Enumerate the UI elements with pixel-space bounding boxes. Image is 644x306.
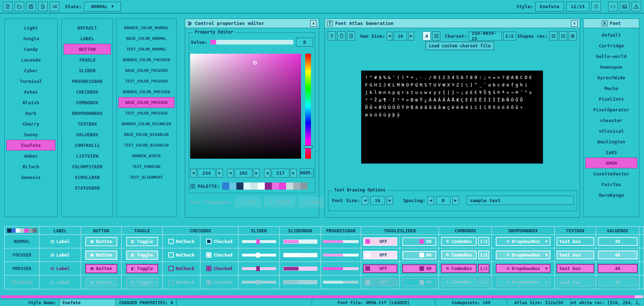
control-item-colorpicker[interactable]: COLORPICKER [64,161,111,172]
control-item-label[interactable]: LABEL [64,33,111,44]
sample-dropdownbox[interactable]: ≡DropdownBox▼ [496,278,551,287]
property-item-border-color-pressed[interactable]: BORDER_COLOR_PRESSED [118,86,175,97]
sample-toggleslider-on[interactable]: ON [402,251,436,259]
shapes-rec-button-2[interactable] [559,31,567,41]
sample-dropdownbox[interactable]: ≡DropdownBox▼ [496,264,551,273]
style-item-rltech[interactable]: RLTech [6,161,55,172]
property-item-text-color-focused[interactable]: TEXT_COLOR_FOCUSED [118,76,175,86]
control-item-textbox[interactable]: TEXTBOX [64,118,111,129]
property-item-text-color-pressed[interactable]: TEXT_COLOR_PRESSED [118,108,175,118]
sample-combobox[interactable]: ⇅ComboBox [441,250,477,259]
color-picker-panel[interactable] [190,54,301,159]
palette-swatch-11[interactable] [300,183,307,190]
sample-textbox[interactable]: text box [557,278,594,287]
palette-swatch-8[interactable] [279,183,286,190]
gen-size-decrement-button[interactable]: ◀ [387,32,392,41]
sample-checkbox-checked[interactable]: Checked [206,239,232,244]
sample-slider[interactable] [242,254,276,257]
palette-swatch-4[interactable] [251,183,258,190]
sample-label[interactable]: ▤Label [50,280,70,285]
font-item-pixelintv[interactable]: PixelIntv [585,94,637,104]
toggleslider-knob[interactable] [365,239,370,244]
property-item-border-color-normal[interactable]: BORDER_COLOR_NORMAL [118,22,175,33]
value-slider[interactable] [210,40,293,44]
palette-swatch-10[interactable] [293,183,300,190]
sample-slider[interactable] [242,240,276,243]
style-item-terminal[interactable]: Terminal [6,76,55,86]
load-charset-file-button[interactable] [432,31,440,41]
control-item-progressbar[interactable]: PROGRESSBAR [64,76,111,86]
sample-toggleslider-off[interactable]: OFF [363,251,397,259]
slider-knob[interactable] [256,280,260,285]
font-text-button[interactable]: T [328,31,336,41]
sample-toggleslider-on[interactable]: ON [402,264,436,273]
close-atlas-window-button[interactable]: x [571,20,578,27]
sample-button[interactable]: ▣Button [85,264,117,273]
color-picker-cursor[interactable] [253,61,257,64]
font-item-default[interactable]: default [585,30,637,40]
sample-slider[interactable] [242,267,276,270]
charset-button[interactable]: A [423,31,431,41]
state-dropdown[interactable]: NORMAL ▼ [84,2,121,11]
spacing-decrement-button[interactable]: ◀ [428,196,434,205]
sample-valuebox[interactable]: 40 [598,250,638,259]
sample-toggleslider-off[interactable]: OFF [363,237,397,246]
sample-button[interactable]: ▣Button [85,250,117,260]
palette-swatch-1[interactable] [229,183,236,190]
sample-valuebox[interactable]: 40 [598,237,638,246]
gen-size-value[interactable]: 16 [394,32,407,41]
control-item-dropdownbox[interactable]: DROPDOWNBOX [64,108,111,118]
font-item-cozettevector[interactable]: CozetteVector [585,168,637,179]
sample-checkbox-checked[interactable]: Checked [206,266,232,271]
property-item-text-padding[interactable]: TEXT_PADDING [118,161,175,172]
control-item-button[interactable]: BUTTON [64,44,111,54]
font-item-fairfax[interactable]: Fairfax [585,179,637,190]
green-increment-button[interactable]: ▶ [253,169,260,178]
sample-valuebox[interactable]: 40 [598,264,638,273]
style-item-ashes[interactable]: Ashes [6,86,55,97]
sample-combobox[interactable]: ⇅ComboBox [441,278,477,287]
style-item-sunny[interactable]: Sunny [6,129,55,140]
property-item-base-color-disabled[interactable]: BASE_COLOR_DISABLED [118,129,175,140]
font-item-westington[interactable]: Westington [585,136,637,147]
font-item-v5loxical[interactable]: v5loxical [585,126,637,136]
palette-swatch-9[interactable] [286,183,293,190]
style-item-cyber[interactable]: Cyber [6,65,55,76]
style-item-lavanda[interactable]: Lavanda [6,54,55,65]
export-style-button[interactable] [38,2,48,11]
sample-combobox[interactable]: ⇅ComboBox [441,237,477,246]
charset-value-box[interactable]: ISO-8859-15 [468,32,502,41]
unload-font-button[interactable] [347,31,355,41]
sample-sliderbar[interactable] [283,267,317,271]
value-box[interactable]: 0 [296,38,313,47]
toggleslider-knob[interactable] [419,239,424,244]
palette-swatch-2[interactable] [236,183,243,190]
load-font-file-button[interactable] [337,31,345,41]
hex-value-box[interactable]: EA66D9... [300,169,314,178]
sample-sliderbar[interactable] [283,239,317,244]
shapes-rec-button-1[interactable] [549,31,558,41]
combobox-count[interactable]: 1/2 [478,250,489,259]
open-style-button[interactable] [15,2,24,11]
sample-toggle[interactable]: ◧Toggle [126,264,158,273]
green-decrement-button[interactable]: ◀ [227,169,234,178]
combobox-count[interactable]: 1/2 [478,264,489,273]
style-item-enefete[interactable]: Enefete [6,140,55,151]
property-item-base-color-pressed[interactable]: BASE_COLOR_PRESSED [118,97,175,108]
control-item-combobox[interactable]: COMBOBOX [64,97,111,108]
font-item-kyrou7wide[interactable]: Kyrou7Wide [585,72,637,83]
property-item-base-color-normal[interactable]: BASE_COLOR_NORMAL [118,33,175,44]
sample-valuebox[interactable]: 40 [598,278,638,287]
control-item-control11[interactable]: CONTROL11 [64,140,111,151]
shapes-rec-button-3[interactable] [569,31,577,41]
toggleslider-knob[interactable] [365,266,370,271]
atlas-window-titlebar[interactable]: T Font Atlas Generation x [325,19,580,28]
close-properties-window-button[interactable]: x [310,20,317,27]
font-atlas-preview[interactable]: !"#$%&'()*+,-./0123456789:;<=>?@ABCDEFGH… [361,70,543,164]
properties-window-titlebar[interactable]: Control properties editor x [185,19,319,28]
font-item-pixeloperator[interactable]: PixelOperator [585,104,637,115]
property-item-border-color-disabled[interactable]: BORDER_COLOR_DISABLED [118,118,175,129]
sample-textbox[interactable]: text box [557,264,594,273]
palette-swatch-0[interactable] [222,183,229,190]
combobox-count[interactable]: 1/2 [478,237,489,246]
